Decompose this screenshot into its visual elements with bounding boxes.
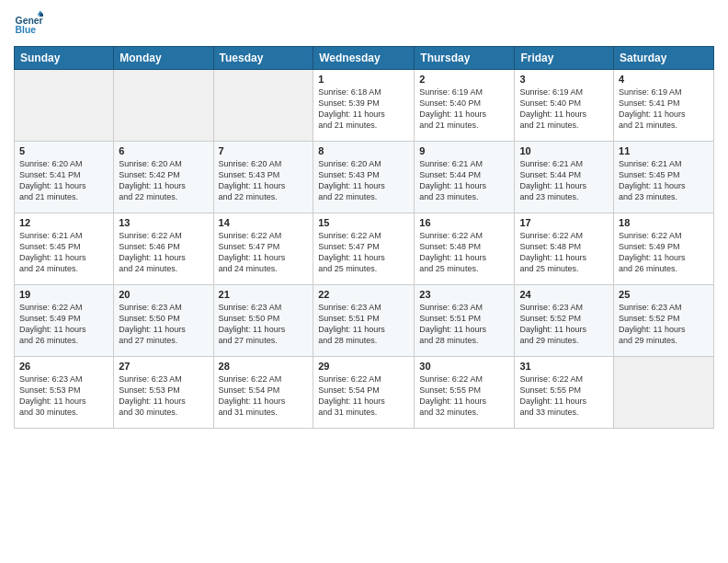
day-number: 6 — [119, 145, 208, 156]
day-info: Sunrise: 6:18 AM Sunset: 5:39 PM Dayligh… — [318, 86, 409, 132]
svg-text:General: General — [16, 16, 43, 26]
day-info: Sunrise: 6:22 AM Sunset: 5:47 PM Dayligh… — [318, 230, 409, 275]
day-info: Sunrise: 6:22 AM Sunset: 5:49 PM Dayligh… — [619, 230, 709, 275]
weekday-saturday: Saturday — [614, 47, 714, 70]
day-info: Sunrise: 6:23 AM Sunset: 5:52 PM Dayligh… — [619, 302, 709, 347]
day-number: 15 — [318, 217, 409, 228]
day-number: 10 — [519, 145, 609, 156]
day-number: 17 — [519, 217, 609, 228]
day-number: 13 — [119, 217, 208, 228]
day-number: 4 — [619, 74, 709, 85]
calendar-cell — [614, 357, 714, 429]
day-number: 7 — [219, 145, 309, 156]
day-info: Sunrise: 6:23 AM Sunset: 5:53 PM Dayligh… — [119, 373, 208, 419]
week-row-2: 12Sunrise: 6:21 AM Sunset: 5:45 PM Dayli… — [15, 213, 714, 285]
day-info: Sunrise: 6:22 AM Sunset: 5:49 PM Dayligh… — [19, 302, 108, 347]
calendar-cell: 11Sunrise: 6:21 AM Sunset: 5:45 PM Dayli… — [614, 142, 714, 213]
calendar-cell: 25Sunrise: 6:23 AM Sunset: 5:52 PM Dayli… — [614, 285, 714, 357]
calendar-cell: 13Sunrise: 6:22 AM Sunset: 5:46 PM Dayli… — [114, 213, 213, 285]
day-number: 23 — [419, 289, 509, 300]
week-row-1: 5Sunrise: 6:20 AM Sunset: 5:41 PM Daylig… — [15, 142, 714, 213]
calendar-cell: 22Sunrise: 6:23 AM Sunset: 5:51 PM Dayli… — [313, 285, 415, 357]
logo-icon: General Blue — [14, 9, 43, 39]
calendar-cell: 21Sunrise: 6:23 AM Sunset: 5:50 PM Dayli… — [213, 285, 313, 357]
day-number: 8 — [318, 145, 409, 156]
day-info: Sunrise: 6:19 AM Sunset: 5:41 PM Dayligh… — [619, 86, 709, 132]
calendar-cell: 10Sunrise: 6:21 AM Sunset: 5:44 PM Dayli… — [515, 142, 614, 213]
day-info: Sunrise: 6:20 AM Sunset: 5:43 PM Dayligh… — [219, 158, 309, 203]
calendar-cell: 3Sunrise: 6:19 AM Sunset: 5:40 PM Daylig… — [515, 70, 614, 142]
day-number: 31 — [519, 361, 609, 372]
calendar-cell: 30Sunrise: 6:22 AM Sunset: 5:55 PM Dayli… — [415, 357, 515, 429]
day-info: Sunrise: 6:21 AM Sunset: 5:45 PM Dayligh… — [19, 230, 108, 275]
day-info: Sunrise: 6:22 AM Sunset: 5:55 PM Dayligh… — [519, 373, 609, 419]
week-row-0: 1Sunrise: 6:18 AM Sunset: 5:39 PM Daylig… — [15, 70, 714, 142]
day-number: 11 — [619, 145, 709, 156]
day-number: 14 — [219, 217, 309, 228]
day-info: Sunrise: 6:22 AM Sunset: 5:48 PM Dayligh… — [519, 230, 609, 275]
calendar-cell: 17Sunrise: 6:22 AM Sunset: 5:48 PM Dayli… — [515, 213, 614, 285]
calendar-cell: 5Sunrise: 6:20 AM Sunset: 5:41 PM Daylig… — [15, 142, 114, 213]
day-number: 16 — [419, 217, 509, 228]
day-info: Sunrise: 6:23 AM Sunset: 5:50 PM Dayligh… — [219, 302, 309, 347]
calendar-cell: 28Sunrise: 6:22 AM Sunset: 5:54 PM Dayli… — [213, 357, 313, 429]
weekday-monday: Monday — [114, 47, 213, 70]
calendar-cell: 9Sunrise: 6:21 AM Sunset: 5:44 PM Daylig… — [415, 142, 515, 213]
day-number: 20 — [119, 289, 208, 300]
day-info: Sunrise: 6:22 AM Sunset: 5:54 PM Dayligh… — [318, 373, 409, 419]
day-info: Sunrise: 6:23 AM Sunset: 5:53 PM Dayligh… — [19, 373, 108, 419]
day-info: Sunrise: 6:22 AM Sunset: 5:46 PM Dayligh… — [119, 230, 208, 275]
day-number: 22 — [318, 289, 409, 300]
calendar: SundayMondayTuesdayWednesdayThursdayFrid… — [14, 46, 714, 429]
day-info: Sunrise: 6:20 AM Sunset: 5:42 PM Dayligh… — [119, 158, 208, 203]
weekday-thursday: Thursday — [415, 47, 515, 70]
day-number: 28 — [219, 361, 309, 372]
calendar-cell: 6Sunrise: 6:20 AM Sunset: 5:42 PM Daylig… — [114, 142, 213, 213]
day-number: 24 — [519, 289, 609, 300]
day-number: 2 — [419, 74, 509, 85]
day-info: Sunrise: 6:20 AM Sunset: 5:43 PM Dayligh… — [318, 158, 409, 203]
day-info: Sunrise: 6:23 AM Sunset: 5:52 PM Dayligh… — [519, 302, 609, 347]
day-info: Sunrise: 6:22 AM Sunset: 5:47 PM Dayligh… — [219, 230, 309, 275]
calendar-cell: 20Sunrise: 6:23 AM Sunset: 5:50 PM Dayli… — [114, 285, 213, 357]
calendar-cell — [114, 70, 213, 142]
weekday-friday: Friday — [515, 47, 614, 70]
calendar-cell: 19Sunrise: 6:22 AM Sunset: 5:49 PM Dayli… — [15, 285, 114, 357]
calendar-cell: 4Sunrise: 6:19 AM Sunset: 5:41 PM Daylig… — [614, 70, 714, 142]
calendar-cell: 1Sunrise: 6:18 AM Sunset: 5:39 PM Daylig… — [313, 70, 415, 142]
svg-text:Blue: Blue — [16, 25, 37, 35]
day-number: 27 — [119, 361, 208, 372]
day-number: 3 — [519, 74, 609, 85]
weekday-header-row: SundayMondayTuesdayWednesdayThursdayFrid… — [15, 47, 714, 70]
week-row-4: 26Sunrise: 6:23 AM Sunset: 5:53 PM Dayli… — [15, 357, 714, 429]
day-info: Sunrise: 6:19 AM Sunset: 5:40 PM Dayligh… — [519, 86, 609, 132]
calendar-cell: 16Sunrise: 6:22 AM Sunset: 5:48 PM Dayli… — [415, 213, 515, 285]
day-number: 5 — [19, 145, 108, 156]
calendar-cell: 23Sunrise: 6:23 AM Sunset: 5:51 PM Dayli… — [415, 285, 515, 357]
day-number: 9 — [419, 145, 509, 156]
page: General Blue SundayMondayTuesdayWednesda… — [0, 0, 728, 563]
weekday-sunday: Sunday — [15, 47, 114, 70]
day-info: Sunrise: 6:23 AM Sunset: 5:51 PM Dayligh… — [419, 302, 509, 347]
day-number: 29 — [318, 361, 409, 372]
day-info: Sunrise: 6:23 AM Sunset: 5:50 PM Dayligh… — [119, 302, 208, 347]
day-info: Sunrise: 6:22 AM Sunset: 5:48 PM Dayligh… — [419, 230, 509, 275]
calendar-cell: 12Sunrise: 6:21 AM Sunset: 5:45 PM Dayli… — [15, 213, 114, 285]
calendar-cell: 15Sunrise: 6:22 AM Sunset: 5:47 PM Dayli… — [313, 213, 415, 285]
calendar-cell: 26Sunrise: 6:23 AM Sunset: 5:53 PM Dayli… — [15, 357, 114, 429]
day-info: Sunrise: 6:21 AM Sunset: 5:44 PM Dayligh… — [419, 158, 509, 203]
day-info: Sunrise: 6:22 AM Sunset: 5:54 PM Dayligh… — [219, 373, 309, 419]
day-info: Sunrise: 6:19 AM Sunset: 5:40 PM Dayligh… — [419, 86, 509, 132]
calendar-cell — [15, 70, 114, 142]
day-info: Sunrise: 6:21 AM Sunset: 5:44 PM Dayligh… — [519, 158, 609, 203]
day-info: Sunrise: 6:23 AM Sunset: 5:51 PM Dayligh… — [318, 302, 409, 347]
calendar-cell: 27Sunrise: 6:23 AM Sunset: 5:53 PM Dayli… — [114, 357, 213, 429]
day-info: Sunrise: 6:22 AM Sunset: 5:55 PM Dayligh… — [419, 373, 509, 419]
weekday-tuesday: Tuesday — [213, 47, 313, 70]
header: General Blue — [14, 9, 714, 39]
logo: General Blue — [14, 9, 45, 39]
day-number: 12 — [19, 217, 108, 228]
day-info: Sunrise: 6:21 AM Sunset: 5:45 PM Dayligh… — [619, 158, 709, 203]
calendar-cell: 18Sunrise: 6:22 AM Sunset: 5:49 PM Dayli… — [614, 213, 714, 285]
day-number: 25 — [619, 289, 709, 300]
